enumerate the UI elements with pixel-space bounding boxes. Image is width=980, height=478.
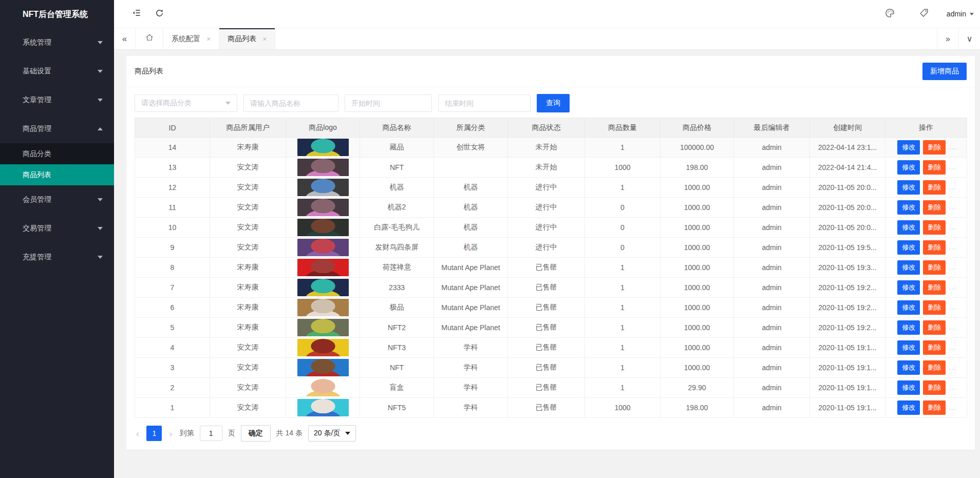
- start-time-input[interactable]: [345, 94, 432, 112]
- edit-button[interactable]: 修改: [897, 180, 920, 195]
- sidebar-item-6[interactable]: 充提管理: [0, 243, 114, 272]
- table-row: 13安文涛NFT未开始1000198.00admin2022-04-14 21:…: [135, 158, 967, 178]
- sidebar-nav: 系统管理基础设置文章管理商品管理商品分类商品列表会员管理交易管理充提管理: [0, 28, 114, 272]
- scroll-tabs-right-button[interactable]: »: [937, 28, 958, 49]
- edit-button[interactable]: 修改: [897, 300, 920, 315]
- cell-actions: 修改删除...: [885, 178, 967, 198]
- close-icon[interactable]: ×: [262, 35, 267, 43]
- user-menu[interactable]: admin: [947, 10, 975, 18]
- cell-id: 2: [135, 378, 210, 398]
- cell-logo: [286, 218, 360, 238]
- sidebar-item-4[interactable]: 会员管理: [0, 185, 114, 214]
- edit-button[interactable]: 修改: [897, 240, 920, 255]
- page-size-value: 20 条/页: [314, 429, 340, 438]
- delete-button[interactable]: 删除: [923, 180, 946, 195]
- product-list-card: 商品列表 新增商品 请选择商品分类 查询: [126, 56, 975, 450]
- tag-button[interactable]: [913, 4, 935, 24]
- home-tab-button[interactable]: [136, 28, 163, 49]
- cell-status: 已售罄: [508, 298, 585, 318]
- edit-button[interactable]: 修改: [897, 400, 920, 415]
- sidebar-item-label: 系统管理: [23, 38, 51, 47]
- tab-0[interactable]: 系统配置×: [163, 28, 219, 49]
- edit-button[interactable]: 修改: [897, 280, 920, 295]
- scroll-tabs-left-button[interactable]: «: [114, 28, 136, 49]
- category-select[interactable]: 请选择商品分类: [135, 94, 237, 112]
- cell-created: 2020-11-05 19:1...: [810, 358, 885, 378]
- delete-button[interactable]: 删除: [923, 280, 946, 295]
- delete-button[interactable]: 删除: [923, 340, 946, 355]
- cell-qty: 1: [585, 258, 661, 278]
- table-row: 7宋寿康2333Mutant Ape Planet已售罄11000.00admi…: [135, 278, 967, 298]
- cell-status: 已售罄: [508, 338, 585, 358]
- chevron-down-icon: [98, 227, 103, 230]
- delete-button[interactable]: 删除: [923, 160, 946, 175]
- sidebar-subitem-0[interactable]: 商品分类: [0, 143, 114, 164]
- cell-name: 2333: [360, 278, 434, 298]
- more-actions-dots: ...: [949, 383, 956, 391]
- delete-button[interactable]: 删除: [923, 260, 946, 275]
- delete-button[interactable]: 删除: [923, 320, 946, 335]
- search-button[interactable]: 查询: [537, 94, 570, 112]
- cell-price: 198.00: [661, 158, 734, 178]
- cell-qty: 1: [585, 338, 661, 358]
- delete-button[interactable]: 删除: [923, 380, 946, 395]
- edit-button[interactable]: 修改: [897, 360, 920, 375]
- topbar: admin: [114, 0, 980, 28]
- cell-status: 进行中: [508, 238, 585, 258]
- delete-button[interactable]: 删除: [923, 240, 946, 255]
- total-count-label: 共 14 条: [276, 429, 303, 438]
- close-icon[interactable]: ×: [206, 35, 211, 43]
- goto-page-input[interactable]: [200, 426, 222, 441]
- prev-page-button[interactable]: ‹: [135, 429, 141, 438]
- page-size-select[interactable]: 20 条/页: [308, 425, 356, 442]
- refresh-button[interactable]: [148, 4, 171, 24]
- end-time-input[interactable]: [438, 94, 531, 112]
- sidebar-item-2[interactable]: 文章管理: [0, 86, 114, 114]
- chevron-down-icon: [98, 70, 103, 73]
- edit-button[interactable]: 修改: [897, 320, 920, 335]
- delete-button[interactable]: 删除: [923, 200, 946, 215]
- product-name-input[interactable]: [243, 94, 338, 112]
- tabs-menu-button[interactable]: ∨: [958, 28, 980, 49]
- collapse-sidebar-button[interactable]: [125, 4, 148, 24]
- edit-button[interactable]: 修改: [897, 140, 920, 155]
- cell-owner: 宋寿康: [210, 318, 286, 338]
- delete-button[interactable]: 删除: [923, 140, 946, 155]
- delete-button[interactable]: 删除: [923, 360, 946, 375]
- cell-name: NFT: [360, 358, 434, 378]
- sidebar-item-3[interactable]: 商品管理: [0, 114, 114, 143]
- tab-1[interactable]: 商品列表×: [219, 28, 275, 49]
- content-area: 商品列表 新增商品 请选择商品分类 查询: [114, 50, 980, 478]
- delete-button[interactable]: 删除: [923, 220, 946, 235]
- sidebar-item-0[interactable]: 系统管理: [0, 28, 114, 57]
- main-column: admin « 系统配置×商品列表× » ∨ 商品列表: [114, 0, 980, 478]
- edit-button[interactable]: 修改: [897, 340, 920, 355]
- edit-button[interactable]: 修改: [897, 380, 920, 395]
- edit-button[interactable]: 修改: [897, 220, 920, 235]
- sidebar-item-5[interactable]: 交易管理: [0, 214, 114, 243]
- cell-owner: 安文涛: [210, 338, 286, 358]
- add-product-button[interactable]: 新增商品: [922, 63, 967, 80]
- theme-button[interactable]: [879, 4, 901, 24]
- sidebar-subitem-1[interactable]: 商品列表: [0, 164, 114, 185]
- edit-button[interactable]: 修改: [897, 160, 920, 175]
- next-page-button[interactable]: ›: [167, 429, 174, 438]
- confirm-page-button[interactable]: 确定: [241, 425, 271, 442]
- tab-label: 系统配置: [172, 34, 200, 44]
- edit-button[interactable]: 修改: [897, 260, 920, 275]
- page-1-button[interactable]: 1: [146, 426, 162, 441]
- edit-button[interactable]: 修改: [897, 200, 920, 215]
- cell-price: 1000.00: [661, 218, 734, 238]
- delete-button[interactable]: 删除: [923, 400, 946, 415]
- cell-status: 已售罄: [508, 318, 585, 338]
- delete-button[interactable]: 删除: [923, 300, 946, 315]
- cell-logo: [286, 238, 360, 258]
- product-logo-image: [297, 219, 349, 236]
- cell-editor: admin: [734, 318, 810, 338]
- cell-category: Mutant Ape Planet: [434, 318, 508, 338]
- sidebar-item-1[interactable]: 基础设置: [0, 57, 114, 86]
- chevron-down-icon: [98, 256, 103, 259]
- refresh-icon: [155, 8, 164, 20]
- sidebar-item-label: 商品管理: [23, 124, 51, 133]
- chevron-down-icon: [98, 198, 103, 201]
